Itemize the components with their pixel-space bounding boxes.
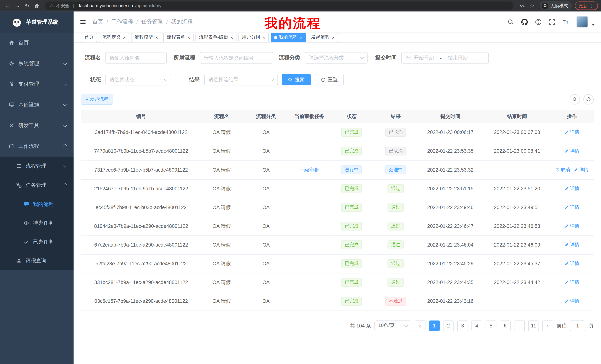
browser-menu-dots-icon[interactable]: ⋮ [590, 3, 594, 9]
reload-icon[interactable]: ↻ [22, 1, 32, 10]
detail-action-link[interactable]: 详情 [565, 298, 579, 305]
create-process-button[interactable]: + 发起流程 [81, 95, 113, 105]
infra-icon [9, 102, 15, 108]
back-icon[interactable]: ← [3, 1, 13, 10]
goto-page-input[interactable] [570, 320, 585, 331]
sidebar-item-done-tasks[interactable]: 已办任务 [0, 232, 74, 251]
tab-home[interactable]: 首页 [81, 33, 97, 42]
sidebar-item-task-management[interactable]: 任务管理 [0, 176, 74, 195]
sidebar-item-dev-tools[interactable]: 研发工具 [0, 115, 74, 136]
cell-actions: 详情 [550, 254, 594, 273]
close-icon[interactable]: × [155, 35, 158, 40]
submit-time-range-picker[interactable]: 开始日期 - 结束日期 [401, 52, 489, 64]
forward-icon[interactable]: → [13, 1, 22, 10]
next-page-button[interactable]: › [542, 320, 553, 331]
process-name-input-field[interactable] [110, 55, 162, 61]
github-icon[interactable] [521, 19, 528, 25]
tab-start-process[interactable]: 发起流程× [308, 33, 338, 42]
sidebar-item-workflow[interactable]: 工作流程 [0, 136, 74, 157]
tab-process-form-edit[interactable]: 流程表单-编辑× [196, 33, 237, 42]
flow-icon [16, 182, 22, 188]
close-icon[interactable]: × [300, 35, 302, 40]
search-icon[interactable] [507, 19, 514, 25]
detail-action-link[interactable]: 详情 [565, 148, 579, 154]
update-button[interactable]: 更新 ⋮ [575, 1, 598, 10]
column-header: 操作 [550, 110, 594, 123]
page-button-6[interactable]: 6 [500, 320, 511, 331]
page-button-2[interactable]: 2 [443, 320, 454, 331]
owner-process-input-field[interactable] [204, 55, 269, 61]
cell-result: 不通过 [375, 292, 417, 311]
owner-process-input[interactable] [200, 52, 273, 64]
tab-user-group[interactable]: 用户分组× [239, 33, 269, 42]
prev-page-button[interactable]: ‹ [415, 320, 425, 331]
user-menu-caret-icon[interactable] [592, 24, 595, 25]
tab-my-process[interactable]: 我的流程× [270, 33, 306, 42]
detail-action-link[interactable]: 详情 [565, 129, 579, 135]
close-icon[interactable]: × [263, 35, 265, 40]
tab-process-model[interactable]: 流程模型× [131, 33, 161, 42]
user-avatar[interactable] [576, 16, 588, 28]
breadcrumb-item-workflow[interactable]: 工作流程 [111, 18, 133, 25]
tab-label: 流程表单 [167, 34, 185, 41]
sidebar-item-todo-tasks[interactable]: 待办任务 [0, 214, 74, 232]
detail-action-link[interactable]: 详情 [565, 223, 579, 229]
close-icon[interactable]: × [332, 35, 334, 40]
address-bar[interactable]: ⚠ 不安全 | dashboard.yudao.iocoder.cn/bpm/t… [45, 1, 514, 10]
page-button-4[interactable]: 4 [471, 320, 482, 331]
current-task-link[interactable]: 一级审批 [299, 167, 319, 172]
reset-button[interactable]: 重置 [315, 74, 344, 85]
detail-action-link[interactable]: 详情 [565, 241, 579, 248]
help-icon[interactable] [535, 19, 541, 25]
sidebar-item-payment-management[interactable]: 支付管理 [0, 74, 74, 95]
eye-icon [23, 220, 30, 226]
page-ellipsis[interactable]: ··· [514, 320, 525, 331]
detail-action-link[interactable]: 详情 [565, 204, 579, 211]
detail-action-link[interactable]: 详情 [565, 260, 579, 267]
app-logo[interactable]: 芋道管理系统 [0, 11, 74, 33]
sidebar-item-home[interactable]: 首页 [0, 32, 74, 53]
bookmark-star-icon[interactable]: ☆ [527, 1, 537, 10]
url-path: /bpm/task/my [135, 3, 161, 8]
cancel-action-link[interactable]: 取消 [555, 167, 570, 173]
start-date-placeholder[interactable]: 开始日期 [414, 54, 434, 61]
tab-process-definition[interactable]: 流程定义× [99, 33, 129, 42]
sidebar-item-process-management[interactable]: 流程管理 [0, 157, 74, 176]
sidebar-item-infrastructure[interactable]: 基础设施 [0, 95, 74, 115]
close-icon[interactable]: × [230, 35, 233, 40]
process-name-input[interactable] [105, 52, 167, 64]
status-select[interactable]: 请选择状态 [105, 74, 171, 85]
cell-name: OA 请假 [201, 142, 242, 161]
end-date-placeholder[interactable]: 结束日期 [448, 54, 468, 61]
collapse-sidebar-icon[interactable] [80, 19, 86, 25]
result-select[interactable]: 请选择流结果 [204, 74, 278, 85]
password-key-icon[interactable] [517, 1, 527, 10]
sidebar-item-my-process[interactable]: 我的流程 [0, 195, 74, 213]
sidebar-item-system-management[interactable]: 系统管理 [0, 53, 74, 74]
page-button-11[interactable]: 11 [528, 320, 539, 331]
search-button[interactable]: 搜索 [282, 74, 311, 85]
category-select[interactable]: 请选择流程分类 [305, 52, 368, 64]
table-row: 67c2eaab-7b9a-11ec-a290-acde48001122OA 请… [81, 235, 594, 254]
detail-action-link[interactable]: 详情 [565, 279, 579, 286]
breadcrumb-item-home[interactable]: 首页 [92, 18, 103, 25]
close-icon[interactable]: × [187, 35, 190, 40]
page-button-3[interactable]: 3 [457, 320, 468, 331]
detail-action-link[interactable]: 详情 [574, 167, 588, 173]
page-button-5[interactable]: 5 [486, 320, 496, 331]
list-icon [16, 163, 22, 169]
security-label[interactable]: 不安全 [56, 3, 70, 9]
page-size-select[interactable]: 10条/页 [374, 320, 411, 331]
page-button-1[interactable]: 1 [429, 320, 440, 331]
tab-process-form[interactable]: 流程表单× [163, 33, 193, 42]
detail-action-link[interactable]: 详情 [565, 185, 579, 192]
cell-submit-time: 2022-01-22 23:53:32 [417, 161, 484, 179]
breadcrumb-item-task-management[interactable]: 任务管理 [141, 18, 163, 25]
sidebar-item-leave-query[interactable]: 请假查询 [0, 251, 74, 270]
font-size-icon[interactable]: TT [563, 19, 569, 25]
toggle-search-button[interactable] [570, 94, 580, 105]
close-icon[interactable]: × [123, 35, 126, 40]
browser-home-icon[interactable] [32, 1, 41, 10]
fullscreen-icon[interactable] [549, 19, 555, 25]
refresh-table-button[interactable] [583, 94, 594, 105]
